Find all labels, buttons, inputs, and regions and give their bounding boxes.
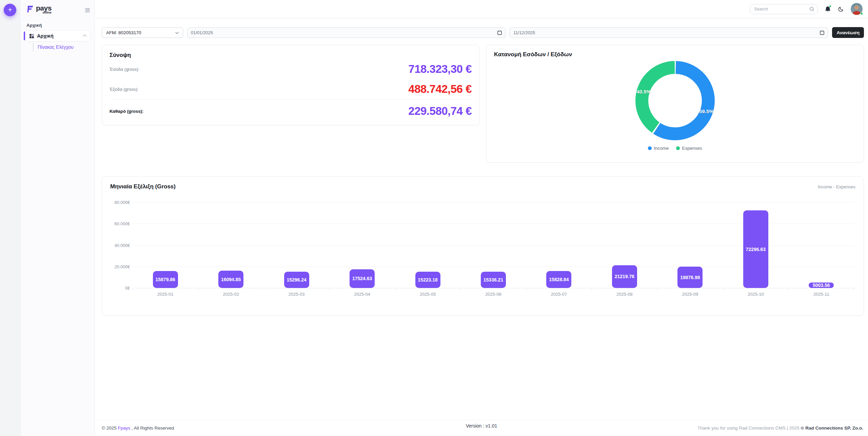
- moon-icon: [838, 6, 844, 12]
- bar-slot: 15828.84: [526, 198, 592, 288]
- sidebar-item-home[interactable]: Αρχική: [26, 31, 90, 41]
- x-axis-tick: [264, 288, 264, 290]
- bar-value-label: 72296.63: [746, 247, 766, 252]
- x-axis-tick: [723, 288, 723, 290]
- bar-chart-header: Μηνιαία Εξέλιξη (Gross) Income - Expense…: [110, 183, 855, 190]
- x-axis-tick: [526, 288, 527, 290]
- bar-slot: 21219.76: [592, 198, 657, 288]
- icon-rail: +: [0, 0, 20, 436]
- bar-value-label: 5003.56: [813, 283, 830, 288]
- bar-value-label: 15223.18: [418, 277, 437, 283]
- bar-slot: 15296.24: [264, 198, 329, 288]
- bar-value-label: 15296.24: [287, 277, 306, 283]
- divider: [110, 99, 472, 100]
- bar-value-label: 15828.84: [549, 277, 569, 282]
- bar-2025-11[interactable]: 5003.56: [809, 283, 834, 288]
- bar-2025-04[interactable]: 17524.63: [350, 269, 375, 288]
- x-axis-tick: [198, 288, 198, 290]
- distribution-card: Κατανομή Εσόδων / Εξόδων 59.5% 40.5% Inc…: [486, 45, 864, 163]
- x-axis-label: 2025-08: [592, 292, 657, 297]
- monthly-chart-card: Μηνιαία Εξέλιξη (Gross) Income - Expense…: [102, 176, 864, 316]
- bar-2025-09[interactable]: 19876.98: [677, 267, 703, 288]
- bar-slot: 15223.18: [395, 198, 460, 288]
- bar-chart-title: Μηνιαία Εξέλιξη (Gross): [110, 183, 176, 190]
- bar-slot: 19876.98: [657, 198, 723, 288]
- legend-label: Expenses: [682, 146, 702, 151]
- bar-2025-10[interactable]: 72296.63: [743, 210, 768, 288]
- x-axis-label: 2025-11: [789, 292, 854, 297]
- bar-2025-02[interactable]: 16094.85: [218, 271, 243, 288]
- bar-2025-03[interactable]: 15296.24: [284, 272, 309, 288]
- y-axis-label: 40.000€: [110, 243, 130, 248]
- x-axis-label: 2025-01: [133, 292, 198, 297]
- legend-item-income[interactable]: Income: [648, 146, 669, 151]
- y-axis-label: 60.000€: [110, 222, 130, 226]
- x-axis-label: 2025-06: [460, 292, 526, 297]
- bar-value-label: 15879.86: [156, 277, 175, 282]
- filter-bar: AFM: 802053170 01/01/2025 11/12/2025 Ανα…: [95, 18, 868, 38]
- calendar-icon: [820, 30, 824, 35]
- sidebar-section-label: Αρχική: [26, 23, 95, 28]
- footer: © 2025 Fpays , All Rights Reserved Versi…: [95, 420, 868, 436]
- bars-area: 15879.8616094.8515296.2417524.6315223.18…: [133, 198, 854, 288]
- x-axis-label: 2025-09: [657, 292, 723, 297]
- x-axis-tick: [395, 288, 395, 290]
- summary-title: Σύνοψη: [110, 52, 472, 59]
- donut-legend: IncomeExpenses: [494, 146, 856, 151]
- sidebar-item-dashboard[interactable]: Πίνακας Ελέγχου: [33, 44, 95, 50]
- income-row: Έσοδα (gross): 718.323,30 €: [110, 60, 472, 79]
- expenses-value: 488.742,56 €: [408, 83, 472, 96]
- dark-mode-toggle[interactable]: [838, 6, 844, 12]
- y-axis-label: 0€: [110, 286, 130, 291]
- slice-label-income: 59.5%: [699, 108, 714, 114]
- chevron-up-icon: [83, 35, 86, 38]
- chevron-down-icon: [175, 30, 179, 34]
- search-icon: [809, 6, 814, 12]
- main-area: AFM: 802053170 01/01/2025 11/12/2025 Ανα…: [95, 0, 868, 436]
- logo[interactable]: pays online: [20, 0, 95, 15]
- bar-chart: 0€20.000€40.000€60.000€80.000€15879.8616…: [110, 198, 855, 288]
- dashboard-grid-icon: [29, 34, 34, 38]
- x-axis-label: 2025-04: [329, 292, 395, 297]
- x-axis: 2025-012025-022025-032025-042025-052025-…: [133, 292, 855, 297]
- bar-slot: 72296.63: [723, 198, 788, 288]
- copyright-text: © 2025 Fpays , All Rights Reserved: [102, 425, 174, 431]
- bar-2025-05[interactable]: 15223.18: [415, 272, 440, 288]
- series-label: Income - Expenses: [818, 184, 855, 189]
- user-avatar[interactable]: [851, 3, 863, 15]
- legend-item-expenses[interactable]: Expenses: [676, 146, 702, 151]
- refresh-button[interactable]: Ανανέωση: [832, 27, 864, 38]
- net-value: 229.580,74 €: [408, 105, 472, 118]
- bar-slot: 17524.63: [329, 198, 395, 288]
- online-status-dot: [860, 12, 863, 15]
- slice-label-expenses: 40.5%: [636, 89, 651, 95]
- bar-slot: 5003.56: [789, 198, 854, 288]
- bar-2025-06[interactable]: 15336.21: [481, 272, 506, 288]
- x-axis-tick: [133, 288, 133, 290]
- afm-select[interactable]: AFM: 802053170: [102, 27, 183, 38]
- bar-2025-01[interactable]: 15879.86: [153, 271, 178, 288]
- legend-label: Income: [654, 146, 669, 151]
- bar-value-label: 17524.63: [352, 276, 372, 281]
- fpays-link[interactable]: Fpays: [118, 425, 130, 431]
- bar-value-label: 21219.76: [615, 274, 634, 279]
- sidebar-toggle-icon[interactable]: [85, 7, 90, 13]
- cms-credit-text: Thank you for using Rad Connections CMS …: [697, 425, 863, 431]
- calendar-icon: [497, 30, 502, 35]
- bar-2025-08[interactable]: 21219.76: [612, 265, 637, 288]
- notifications-button[interactable]: [825, 6, 831, 13]
- bar-slot: 15336.21: [460, 198, 526, 288]
- date-from-input[interactable]: 01/01/2025: [187, 27, 506, 38]
- add-button[interactable]: +: [4, 4, 16, 16]
- bar-value-label: 19876.98: [680, 275, 700, 280]
- legend-dot: [676, 146, 680, 150]
- x-axis-tick: [657, 288, 658, 290]
- search-box[interactable]: [750, 4, 818, 14]
- logo-text: pays online: [36, 4, 52, 14]
- x-axis-tick: [592, 288, 592, 290]
- x-axis-label: 2025-02: [198, 292, 263, 297]
- search-input[interactable]: [754, 6, 809, 12]
- bar-2025-07[interactable]: 15828.84: [546, 271, 571, 288]
- sidebar: pays online Αρχική Αρχική Πίνακας Ελέγχο…: [20, 0, 95, 436]
- date-to-input[interactable]: 11/12/2025: [510, 27, 828, 38]
